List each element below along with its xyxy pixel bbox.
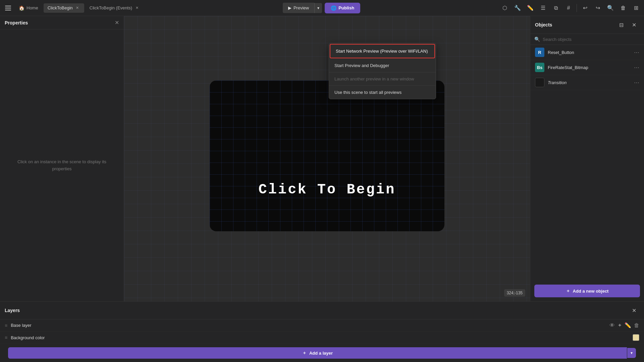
dropdown-debugger-label: Start Preview and Debugger: [334, 63, 389, 68]
objects-panel: Objects ⊟ ✕ 🔍 R Reset_Button ⋯ Bs FireRa…: [530, 16, 644, 301]
dropdown-use-scene-label: Use this scene to start all previews: [334, 90, 401, 95]
zoom-icon[interactable]: 🔍: [605, 3, 616, 13]
objects-actions: ⊟ ✕: [616, 19, 639, 30]
objects-list: R Reset_Button ⋯ Bs FireRateStat_Bitmap …: [530, 45, 644, 281]
canvas-area[interactable]: Click To Begin 324;-135 Start Network Pr…: [124, 16, 530, 301]
object-name-reset: Reset_Button: [548, 50, 631, 55]
layer-name-base: Base layer: [11, 323, 606, 328]
layer-color-swatch[interactable]: [633, 334, 639, 341]
objects-search-bar: 🔍: [530, 34, 644, 45]
preview-dropdown-menu: Start Network Preview (Preview over WiFi…: [329, 43, 436, 99]
toolbar-divider-1: [577, 4, 577, 12]
layer-effects-icon[interactable]: ✦: [618, 322, 622, 328]
top-bar: 🏠 Home ClickToBegin ✕ ClickToBegin (Even…: [0, 0, 644, 16]
grid-overlay: [210, 80, 444, 231]
preview-dropdown-icon: ▾: [317, 6, 319, 10]
layer-edit-icon[interactable]: ✏️: [625, 322, 631, 328]
properties-title: Properties: [5, 20, 28, 25]
list-icon[interactable]: ☰: [538, 3, 548, 13]
layers-panel: Layers ✕ ≡ Base layer 👁 ✦ ✏️ 🗑 ≡ Backgro…: [0, 301, 644, 362]
layers-close-icon[interactable]: ✕: [629, 305, 639, 316]
layers-panel-title: Layers: [5, 308, 20, 313]
grid-icon[interactable]: #: [563, 3, 574, 13]
object-item-reset[interactable]: R Reset_Button ⋯: [530, 45, 644, 60]
add-object-button[interactable]: ＋ Add a new object: [534, 285, 640, 297]
publish-label: Publish: [338, 5, 354, 10]
add-object-label: Add a new object: [573, 289, 609, 294]
center-controls: ▶ Preview ▾ 🌐 Publish: [283, 3, 360, 13]
dropdown-network-preview[interactable]: Start Network Preview (Preview over WiFi…: [330, 44, 435, 58]
properties-panel-header: Properties ✕: [0, 16, 124, 29]
more-icon[interactable]: ⊞: [631, 3, 641, 13]
layer-grip-background: ≡: [5, 335, 7, 340]
tab-events[interactable]: ClickToBegin (Events) ✕: [86, 3, 144, 13]
object-more-transition[interactable]: ⋯: [634, 79, 639, 86]
add-layer-button[interactable]: ＋ Add a layer: [8, 347, 627, 359]
objects-close-icon[interactable]: ✕: [629, 19, 639, 30]
layer-name-background: Background color: [11, 335, 629, 340]
preview-play-icon: ▶: [288, 5, 291, 10]
undo-icon[interactable]: ↩: [580, 3, 590, 13]
object-icon-reset: R: [535, 48, 544, 57]
dropdown-new-window: Launch another preview in a new window: [329, 72, 436, 86]
tab-events-label: ClickToBegin (Events): [90, 5, 132, 10]
asset-store-icon[interactable]: ⬡: [499, 3, 510, 13]
scene-canvas[interactable]: Click To Begin: [210, 80, 444, 231]
properties-close[interactable]: ✕: [115, 19, 119, 26]
layers-panel-header: Layers ✕: [0, 302, 644, 319]
menu-icon[interactable]: [3, 3, 13, 13]
redo-icon[interactable]: ↪: [592, 3, 603, 13]
layer-delete-icon[interactable]: 🗑: [634, 322, 639, 328]
coordinates-badge: 324;-135: [504, 289, 525, 297]
preview-button[interactable]: ▶ Preview: [283, 3, 314, 13]
canvas-scene-text: Click To Begin: [259, 182, 396, 198]
dropdown-use-scene[interactable]: Use this scene to start all previews: [329, 86, 436, 99]
objects-panel-header: Objects ⊟ ✕: [530, 16, 644, 34]
object-icon-firerate: Bs: [535, 63, 544, 72]
main-area: Properties ✕ Click on an instance in the…: [0, 16, 644, 301]
object-more-reset[interactable]: ⋯: [634, 49, 639, 56]
search-objects-input[interactable]: [543, 37, 640, 42]
object-item-firerate[interactable]: Bs FireRateStat_Bitmap ⋯: [530, 60, 644, 75]
add-layer-row: ＋ Add a layer ▾: [0, 344, 644, 362]
home-icon: 🏠: [19, 5, 24, 11]
home-tab-label: Home: [26, 5, 38, 10]
delete-icon[interactable]: 🗑: [618, 3, 629, 13]
layer-item-background[interactable]: ≡ Background color: [0, 331, 644, 344]
add-layer-dropdown[interactable]: ▾: [627, 348, 636, 358]
layer-grip-base: ≡: [5, 323, 7, 328]
object-name-transition: Transition: [548, 80, 631, 85]
publish-button[interactable]: 🌐 Publish: [325, 3, 360, 13]
tab-clicktobegin-close[interactable]: ✕: [75, 5, 80, 11]
add-object-plus-icon: ＋: [566, 288, 570, 294]
dropdown-network-preview-label: Start Network Preview (Preview over WiFi…: [336, 49, 428, 54]
tab-home[interactable]: 🏠 Home: [15, 3, 42, 13]
search-icon: 🔍: [534, 37, 540, 42]
tab-events-close[interactable]: ✕: [134, 5, 140, 11]
edit-icon[interactable]: ✏️: [525, 3, 536, 13]
layer-actions-base: 👁 ✦ ✏️ 🗑: [609, 322, 639, 328]
preview-dropdown-button[interactable]: ▾: [314, 3, 322, 13]
object-more-firerate[interactable]: ⋯: [634, 64, 639, 71]
globe-icon: 🌐: [331, 5, 336, 11]
dropdown-new-window-label: Launch another preview in a new window: [334, 76, 414, 81]
dropdown-debugger[interactable]: Start Preview and Debugger: [329, 59, 436, 72]
add-layer-label: Add a layer: [309, 351, 333, 356]
tab-clicktobegin-label: ClickToBegin: [48, 5, 73, 10]
preview-label: Preview: [293, 5, 309, 10]
properties-empty-message: Click on an instance in the scene to dis…: [0, 29, 124, 301]
layer-actions-background: [633, 334, 639, 341]
empty-text: Click on an instance in the scene to dis…: [17, 159, 106, 173]
object-name-firerate: FireRateStat_Bitmap: [548, 65, 631, 70]
right-toolbar: ⬡ 🔧 ✏️ ☰ ⧉ # ↩ ↪ 🔍 🗑 ⊞: [499, 3, 641, 13]
layer-visibility-icon[interactable]: 👁: [609, 322, 615, 328]
objects-filter-icon[interactable]: ⊟: [616, 19, 627, 30]
layer-item-base[interactable]: ≡ Base layer 👁 ✦ ✏️ 🗑: [0, 319, 644, 331]
tab-clicktobegin[interactable]: ClickToBegin ✕: [44, 3, 84, 13]
objects-panel-title: Objects: [535, 22, 552, 27]
extensions-icon[interactable]: 🔧: [512, 3, 523, 13]
properties-panel: Properties ✕ Click on an instance in the…: [0, 16, 124, 301]
layers-icon[interactable]: ⧉: [550, 3, 561, 13]
object-item-transition[interactable]: Transition ⋯: [530, 75, 644, 90]
add-layer-plus-icon: ＋: [302, 350, 307, 356]
